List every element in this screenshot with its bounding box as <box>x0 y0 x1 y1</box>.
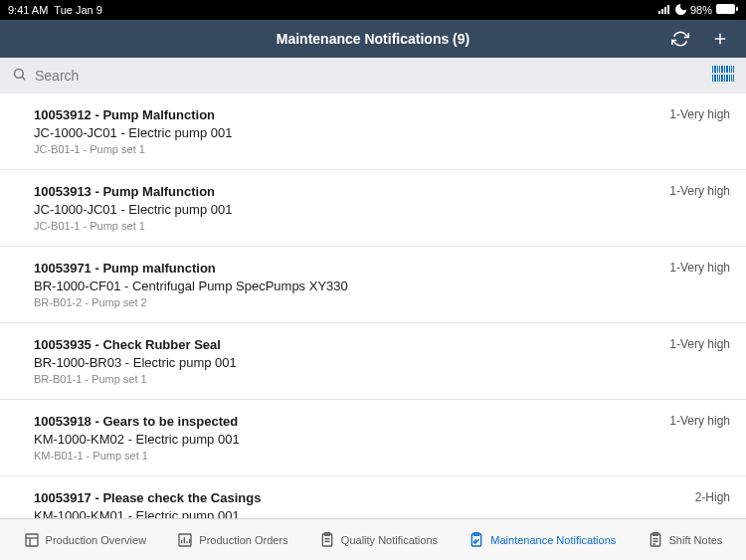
notification-subtitle: KM-1000-KM02 - Electric pump 001 <box>34 432 653 447</box>
notification-detail: BR-B01-2 - Pump set 2 <box>34 296 653 308</box>
notification-subtitle: JC-1000-JC01 - Electric pump 001 <box>34 202 653 217</box>
tab-bar: Production Overview Production Orders Qu… <box>0 518 746 560</box>
svg-rect-11 <box>724 66 725 73</box>
notification-title: 10053918 - Gears to be inspected <box>34 414 653 429</box>
tab-maintenance-notifications[interactable]: Maintenance Notifications <box>461 528 624 552</box>
tab-label: Quality Notifications <box>341 534 438 546</box>
svg-rect-1 <box>736 7 738 11</box>
svg-rect-22 <box>726 75 728 82</box>
notification-detail: JC-B01-1 - Pump set 1 <box>34 220 653 232</box>
battery-percent: 98% <box>690 4 712 16</box>
status-time: 9:41 AM <box>8 4 48 16</box>
svg-rect-20 <box>721 75 723 82</box>
notification-item[interactable]: 10053917 - Please check the Casings KM-1… <box>0 476 746 518</box>
notification-subtitle: BR-1000-CF01 - Centrifugal Pump SpecPump… <box>34 279 653 293</box>
notification-item[interactable]: 10053918 - Gears to be inspected KM-1000… <box>0 400 746 476</box>
notification-content: 10053912 - Pump Malfunction JC-1000-JC01… <box>34 107 653 155</box>
tab-label: Production Orders <box>199 534 287 546</box>
svg-rect-26 <box>26 534 38 546</box>
notification-title: 10053935 - Check Rubber Seal <box>34 337 653 352</box>
notes-icon <box>648 532 663 548</box>
moon-icon <box>675 4 686 17</box>
notification-content: 10053971 - Pump malfunction BR-1000-CF01… <box>34 261 653 308</box>
notification-content: 10053918 - Gears to be inspected KM-1000… <box>34 414 653 462</box>
status-date: Tue Jan 9 <box>54 4 102 16</box>
notification-detail: JC-B01-1 - Pump set 1 <box>34 143 653 155</box>
search-input[interactable] <box>35 68 712 84</box>
tab-shift-notes[interactable]: Shift Notes <box>640 528 731 552</box>
tab-label: Maintenance Notifications <box>490 534 616 546</box>
notification-item[interactable]: 10053913 - Pump Malfunction JC-1000-JC01… <box>0 170 746 247</box>
notification-item[interactable]: 10053971 - Pump malfunction BR-1000-CF01… <box>0 247 746 323</box>
battery-icon <box>716 4 738 16</box>
search-bar <box>0 58 746 93</box>
tab-label: Shift Notes <box>669 534 723 546</box>
notification-priority: 2-High <box>695 490 730 504</box>
svg-rect-12 <box>726 66 728 73</box>
notification-priority: 1-Very high <box>669 261 730 275</box>
svg-rect-21 <box>724 75 725 82</box>
notification-title: 10053971 - Pump malfunction <box>34 261 653 276</box>
svg-rect-15 <box>733 66 734 73</box>
overview-icon <box>24 532 40 548</box>
orders-icon <box>177 532 193 548</box>
barcode-scan-button[interactable] <box>712 66 734 86</box>
notification-subtitle: KM-1000-KM01 - Electric pump 001 <box>34 508 679 518</box>
notification-subtitle: BR-1000-BR03 - Electric pump 001 <box>34 355 653 370</box>
svg-rect-23 <box>729 75 730 82</box>
notification-item[interactable]: 10053912 - Pump Malfunction JC-1000-JC01… <box>0 93 746 170</box>
svg-rect-16 <box>712 75 713 82</box>
svg-rect-13 <box>729 66 730 73</box>
signal-icon <box>657 4 671 16</box>
status-bar: 9:41 AM Tue Jan 9 98% <box>0 0 746 20</box>
svg-rect-17 <box>714 75 716 82</box>
notification-content: 10053913 - Pump Malfunction JC-1000-JC01… <box>34 184 653 232</box>
svg-rect-25 <box>733 75 734 82</box>
notification-title: 10053913 - Pump Malfunction <box>34 184 653 199</box>
notification-title: 10053917 - Please check the Casings <box>34 490 679 505</box>
notification-detail: BR-B01-1 - Pump set 1 <box>34 373 653 385</box>
search-icon <box>12 67 27 86</box>
status-left: 9:41 AM Tue Jan 9 <box>8 4 102 16</box>
maintenance-icon <box>468 532 484 548</box>
svg-point-4 <box>15 69 24 78</box>
tab-production-orders[interactable]: Production Orders <box>169 528 295 552</box>
svg-line-5 <box>22 77 25 80</box>
quality-icon <box>319 532 335 548</box>
nav-bar: Maintenance Notifications (9) <box>0 20 746 58</box>
nav-actions <box>670 29 730 49</box>
notification-subtitle: JC-1000-JC01 - Electric pump 001 <box>34 125 653 140</box>
svg-rect-0 <box>716 4 735 14</box>
notification-detail: KM-B01-1 - Pump set 1 <box>34 450 653 462</box>
notification-priority: 1-Very high <box>669 107 730 121</box>
notification-title: 10053912 - Pump Malfunction <box>34 107 653 122</box>
notification-content: 10053935 - Check Rubber Seal BR-1000-BR0… <box>34 337 653 385</box>
notification-priority: 1-Very high <box>669 184 730 198</box>
svg-rect-24 <box>731 75 732 82</box>
notification-priority: 1-Very high <box>669 414 730 428</box>
svg-rect-6 <box>712 66 713 73</box>
svg-rect-19 <box>719 75 720 82</box>
refresh-button[interactable] <box>670 29 690 49</box>
svg-rect-10 <box>721 66 723 73</box>
notification-item[interactable]: 10053935 - Check Rubber Seal BR-1000-BR0… <box>0 323 746 400</box>
tab-label: Production Overview <box>46 534 147 546</box>
svg-rect-14 <box>731 66 732 73</box>
svg-rect-8 <box>717 66 718 73</box>
svg-rect-7 <box>714 66 716 73</box>
svg-rect-18 <box>717 75 718 82</box>
notification-priority: 1-Very high <box>669 337 730 351</box>
status-right: 98% <box>657 4 738 17</box>
page-title: Maintenance Notifications (9) <box>277 31 469 47</box>
notifications-list: 10053912 - Pump Malfunction JC-1000-JC01… <box>0 93 746 518</box>
notification-content: 10053917 - Please check the Casings KM-1… <box>34 490 679 518</box>
tab-production-overview[interactable]: Production Overview <box>16 528 155 552</box>
tab-quality-notifications[interactable]: Quality Notifications <box>311 528 446 552</box>
add-button[interactable] <box>710 29 730 49</box>
svg-rect-9 <box>719 66 720 73</box>
